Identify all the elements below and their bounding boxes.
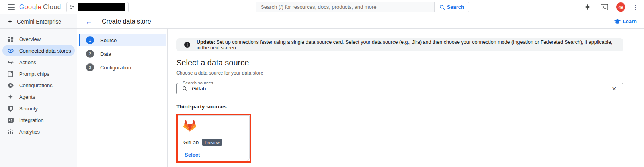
global-search-button[interactable]: Search [434,2,469,12]
logo-letter: G [19,3,24,11]
sidebar-item-configurations[interactable]: Configurations [0,80,75,91]
search-icon [182,86,188,92]
sidebar-item-label: Configurations [19,83,53,88]
gitlab-logo [183,120,196,132]
sparkle-icon [7,94,14,100]
gcp-console-screen: Google Cloud Search [0,0,644,167]
search-sources-field: Search sources ✕ [176,83,623,94]
logo-cloud-text: Cloud [43,3,61,11]
stepper-panel: 1 Source 2 Data 3 Configuration [77,29,168,167]
search-sources-input[interactable] [192,86,611,92]
banner-prefix: Update: [197,39,217,45]
global-search-input[interactable] [256,2,434,12]
step-label: Configuration [100,65,131,71]
banner-text: Update:Set up connections faster using a… [197,39,615,51]
sidebar-item-label: Actions [19,59,36,65]
project-icon [69,4,75,10]
graduation-cap-icon [614,19,621,24]
logo-letter: o [24,3,28,11]
step-number: 2 [86,50,94,58]
app-header: Gemini Enterprise ← Create data store Le… [0,14,644,29]
sidebar-item-label: Security [19,106,38,112]
step-data[interactable]: 2 Data [79,48,166,60]
page-section-heading: Select a data source [176,58,623,67]
product-name: Gemini Enterprise [17,18,61,25]
logo-letter: e [37,3,41,11]
analytics-chart-icon [7,128,14,135]
product-header: Gemini Enterprise [0,14,77,28]
sidebar-item-prompt-chips[interactable]: Prompt chips [0,68,75,79]
sidebar-item-actions[interactable]: Actions [0,57,75,68]
info-icon [184,42,190,48]
top-bar: Google Cloud Search [0,0,644,14]
arrow-action-icon [7,59,14,65]
sidebar-item-security[interactable]: Security [0,103,75,114]
page-section-subheading: Choose a data source for your data store [176,70,623,76]
data-store-icon [7,47,14,54]
sidebar-item-label: Agents [19,94,35,100]
topbar-icons: 49 ⋮ [583,2,638,12]
gemini-sparkle-icon[interactable] [583,2,592,12]
project-name-redacted [78,3,125,11]
step-number: 3 [86,63,94,71]
dashboard-icon [7,36,14,42]
third-party-sources-title: Third-party sources [176,104,623,110]
sidebar-item-label: Overview [19,36,41,42]
gitlab-source-card[interactable]: GitLab Preview Select [178,115,250,161]
search-icon [439,4,445,10]
clear-search-icon[interactable]: ✕ [611,85,617,92]
update-banner: Update:Set up connections faster using a… [176,38,623,51]
select-button[interactable]: Select [185,152,200,158]
preview-badge: Preview [202,139,222,146]
code-icon [7,117,14,123]
gear-icon [7,82,14,88]
logo-letter: o [28,3,32,11]
cloud-shell-icon[interactable] [599,2,609,12]
project-selector[interactable] [66,2,129,12]
learn-link[interactable]: Learn [614,18,637,24]
source-name: GitLab [183,139,199,145]
logo-letter: g [32,3,36,11]
search-sources-label: Search sources [181,81,215,85]
notifications-badge[interactable]: 49 [616,2,625,12]
step-configuration[interactable]: 3 Configuration [79,61,166,73]
annotation-highlight-box: GitLab Preview Select [176,114,251,163]
hamburger-menu-icon[interactable] [4,1,18,13]
page-header: ← Create data store Learn [77,14,644,28]
sidebar-item-connected-data-stores[interactable]: Connected data stores [2,45,75,56]
global-search-button-label: Search [447,4,464,10]
step-number: 1 [86,36,94,44]
main-content: Update:Set up connections faster using a… [168,29,644,167]
gemini-product-icon [7,19,13,24]
global-search: Search [256,2,469,12]
step-source[interactable]: 1 Source [79,34,166,46]
sidebar: Overview Connected data stores Actions P… [0,29,77,167]
sidebar-item-agents[interactable]: Agents [0,91,75,102]
learn-label: Learn [623,18,637,24]
sidebar-item-label: Connected data stores [19,48,71,54]
google-cloud-logo[interactable]: Google Cloud [19,3,61,11]
sidebar-item-integration[interactable]: Integration [0,114,75,126]
sidebar-item-label: Integration [19,117,43,123]
prompt-chip-icon [7,71,14,77]
sidebar-item-overview[interactable]: Overview [0,33,75,45]
sidebar-item-label: Prompt chips [19,71,49,77]
page-title: Create data store [102,18,151,25]
shield-icon [7,105,14,112]
step-label: Source [100,37,117,43]
step-label: Data [100,51,111,57]
back-arrow-icon[interactable]: ← [85,18,92,25]
sidebar-item-analytics[interactable]: Analytics [0,126,75,137]
sidebar-item-label: Analytics [19,129,40,135]
more-options-icon[interactable]: ⋮ [632,4,638,10]
